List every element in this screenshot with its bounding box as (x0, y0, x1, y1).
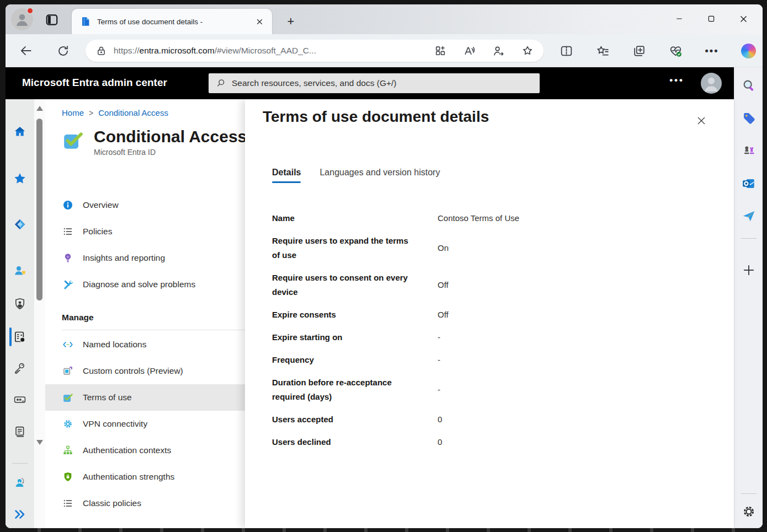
split-screen-icon[interactable] (556, 41, 576, 61)
refresh-icon[interactable] (55, 43, 71, 58)
grid-add-icon[interactable] (434, 45, 446, 57)
protection-icon[interactable] (13, 330, 26, 343)
taskbar-hint (0, 528, 767, 532)
list-icon (62, 226, 73, 237)
nav-item-classic-policies[interactable]: Classic policies (45, 490, 245, 517)
panel-close-icon[interactable] (694, 114, 709, 128)
info-icon (62, 200, 73, 211)
sidebar-divider (741, 493, 757, 494)
field-value: Contoso Terms of Use (438, 211, 519, 225)
field-row-expire-starting-on: Expire starting on- (272, 326, 714, 348)
field-value: 0 (438, 412, 442, 427)
scrollbar-thumb[interactable] (36, 119, 42, 300)
search-icon (215, 78, 226, 89)
back-icon[interactable] (18, 43, 34, 58)
nav-item-overview[interactable]: Overview (45, 192, 245, 218)
nav-scrollbar[interactable] (34, 99, 45, 528)
favorites-list-icon[interactable] (593, 41, 612, 61)
home-icon[interactable] (13, 125, 26, 138)
field-row-users-accepted: Users accepted0 (272, 408, 714, 431)
header-more-icon[interactable]: ••• (669, 75, 684, 86)
outlook-icon[interactable] (742, 176, 756, 191)
read-aloud-icon[interactable] (463, 45, 476, 57)
section-manage: Manage (62, 310, 245, 325)
nav-item-custom-controls-preview[interactable]: Custom controls (Preview) (45, 358, 245, 384)
scroll-down-icon[interactable] (36, 440, 43, 445)
tools-icon (62, 279, 73, 290)
browser-essentials-icon[interactable] (665, 41, 685, 61)
url-text: https://entra.microsoft.com/#view/Micros… (114, 46, 434, 56)
field-value: - (438, 330, 440, 345)
nav-item-diagnose-and-solve-problems[interactable]: Diagnose and solve problems (45, 271, 245, 298)
drop-icon[interactable] (742, 209, 756, 223)
address-bar[interactable]: https://entra.microsoft.com/#view/Micros… (86, 40, 544, 62)
support-person-icon[interactable] (13, 476, 26, 489)
custom-controls-icon (62, 366, 73, 377)
nav-item-label: Custom controls (Preview) (83, 366, 183, 376)
field-row-require-users-to-consent-on-every-device: Require users to consent on every device… (272, 266, 714, 303)
content-area: Home > Conditional Access Conditional Ac… (6, 99, 734, 528)
close-window-button[interactable] (727, 9, 759, 29)
terms-check-icon (62, 129, 84, 151)
nav-item-named-locations[interactable]: Named locations (45, 331, 245, 358)
copilot-icon[interactable] (738, 41, 758, 61)
favorite-star-icon[interactable] (521, 45, 534, 57)
shopping-icon[interactable] (742, 111, 756, 125)
field-label: Expire starting on (272, 330, 410, 345)
entra-search-box[interactable]: Search resources, services, and docs (G+… (209, 73, 540, 93)
nav-item-terms-of-use[interactable]: Terms of use (45, 384, 245, 411)
nav-item-insights-and-reporting[interactable]: Insights and reporting (45, 245, 245, 271)
new-tab-button[interactable]: + (283, 14, 299, 29)
list-icon (62, 498, 73, 509)
settings-gear-icon[interactable] (742, 504, 756, 519)
account-avatar[interactable] (701, 73, 722, 94)
users-icon[interactable] (13, 264, 26, 277)
more-ellipsis-icon[interactable]: ••• (702, 41, 722, 61)
auth-strengths-icon (62, 471, 73, 482)
add-sidebar-icon[interactable] (742, 263, 756, 277)
field-value: - (438, 383, 440, 397)
tab-details[interactable]: Details (263, 163, 310, 186)
workspaces-icon[interactable] (44, 13, 61, 27)
scroll-up-icon[interactable] (36, 106, 43, 111)
collections-icon[interactable] (629, 41, 649, 61)
games-icon[interactable] (742, 143, 756, 157)
tab-close-icon[interactable] (252, 14, 267, 29)
keys-icon[interactable] (13, 362, 26, 375)
auth-contexts-icon (62, 445, 73, 456)
browser-tab[interactable]: Terms of use document details - (72, 9, 272, 34)
rail-divider (12, 463, 28, 464)
nav-item-authentication-contexts[interactable]: Authentication contexts (45, 437, 245, 464)
section-divider (62, 330, 245, 330)
browser-toolbar: https://entra.microsoft.com/#view/Micros… (6, 34, 763, 67)
field-row-users-declined: Users declined0 (272, 431, 714, 453)
expand-chevrons-icon[interactable] (13, 508, 26, 521)
entra-search-placeholder: Search resources, services, and docs (G+… (232, 78, 397, 88)
nav-item-authentication-strengths[interactable]: Authentication strengths (45, 464, 245, 490)
nav-item-vpn-connectivity[interactable]: VPN connectivity (45, 411, 245, 437)
browser-profile-avatar[interactable] (11, 8, 33, 30)
field-row-require-users-to-expand-the-terms-of-use: Require users to expand the terms of use… (272, 229, 714, 266)
entra-favicon (79, 15, 92, 28)
profile-sync-icon[interactable] (492, 45, 505, 57)
password-icon[interactable] (13, 393, 26, 406)
breadcrumb-home[interactable]: Home (62, 108, 84, 117)
nav-item-label: Policies (83, 227, 112, 237)
field-label: Frequency (272, 353, 410, 367)
sidebar-search-icon[interactable] (742, 78, 756, 93)
favorites-star-icon[interactable] (13, 172, 26, 185)
shield-person-icon[interactable] (13, 297, 26, 310)
tab-languages-version-history[interactable]: Languages and version history (310, 163, 449, 186)
nav-item-policies[interactable]: Policies (45, 218, 245, 245)
maximize-button[interactable] (695, 9, 727, 29)
entra-id-icon[interactable] (13, 218, 26, 231)
minimize-button[interactable] (663, 9, 695, 29)
nav-item-label: VPN connectivity (83, 419, 147, 429)
field-row-name: NameContoso Terms of Use (272, 207, 714, 229)
panel-title: Terms of use document details (263, 108, 489, 126)
breadcrumb-conditional-access[interactable]: Conditional Access (98, 108, 168, 117)
field-label: Duration before re-acceptance required (… (272, 375, 410, 404)
notification-dot-icon (26, 7, 34, 14)
pages-icon[interactable] (13, 425, 26, 438)
sidebar-divider (741, 238, 757, 239)
